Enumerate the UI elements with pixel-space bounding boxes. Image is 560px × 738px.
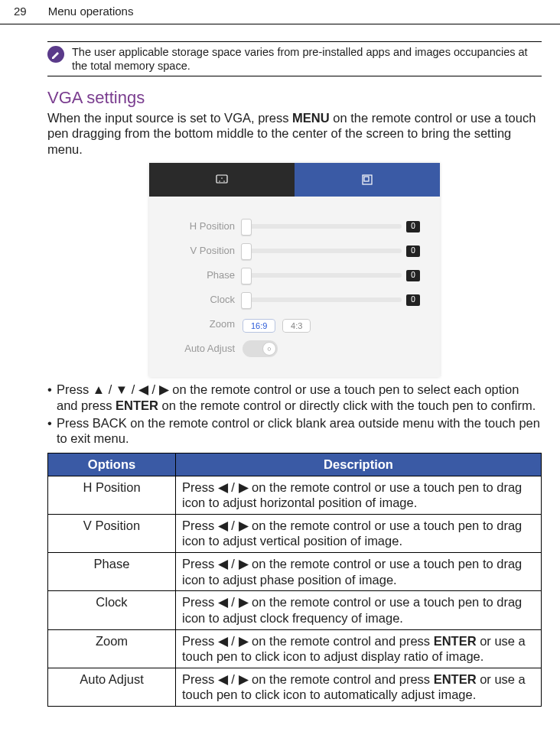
intro-text-a: When the input source is set to VGA, pre… <box>47 111 292 125</box>
svg-rect-5 <box>364 177 369 181</box>
table-row: H Position Press ◀ / ▶ on the remote con… <box>48 476 542 514</box>
desc-v-position: Press ◀ / ▶ on the remote control or use… <box>176 514 542 552</box>
b1-c: on the remote control or directly click … <box>158 398 536 412</box>
desc-h-position: Press ◀ / ▶ on the remote control or use… <box>176 476 542 514</box>
vga-settings-figure: H Position 0 V Position 0 Phase <box>149 163 440 377</box>
opt-zoom: Zoom <box>48 629 176 668</box>
row-phase: Phase 0 <box>169 267 420 284</box>
intro-paragraph: When the input source is set to VGA, pre… <box>47 110 542 158</box>
desc-zoom: Press ◀ / ▶ on the remote control and pr… <box>176 629 542 668</box>
table-row: Auto Adjust Press ◀ / ▶ on the remote co… <box>48 668 542 706</box>
slider-clock[interactable]: 0 <box>243 294 420 306</box>
label-v-position: V Position <box>169 245 243 257</box>
bullet-2: • Press BACK on the remote control or cl… <box>47 415 542 447</box>
desc-clock: Press ◀ / ▶ on the remote control or use… <box>176 591 542 629</box>
row-h-position: H Position 0 <box>169 218 420 235</box>
opt-auto-adjust: Auto Adjust <box>48 668 176 706</box>
label-phase: Phase <box>169 269 243 281</box>
label-zoom: Zoom <box>169 318 243 330</box>
bullet-dot-icon: • <box>47 415 57 447</box>
b1-a: Press <box>57 382 93 396</box>
figure-body: H Position 0 V Position 0 Phase <box>149 197 440 377</box>
th-description: Description <box>176 453 542 476</box>
row-zoom: Zoom 16:9 4:3 <box>169 316 420 333</box>
page: 29 Menu operations The user applicable s… <box>0 0 560 722</box>
opt-v-position: V Position <box>48 514 176 552</box>
th-options: Options <box>48 453 176 476</box>
note-box: The user applicable storage space varies… <box>47 41 542 76</box>
section-heading: VGA settings <box>47 87 542 109</box>
bullet-1-text: Press ▲ / ▼ / ◀ / ▶ on the remote contro… <box>57 382 542 413</box>
value-v-position: 0 <box>406 245 420 257</box>
zoom-4-3-button[interactable]: 4:3 <box>282 319 311 333</box>
slider-phase[interactable]: 0 <box>243 270 420 281</box>
svg-rect-0 <box>217 175 227 183</box>
zoom-options: 16:9 4:3 <box>243 317 314 333</box>
opt-clock: Clock <box>48 591 176 629</box>
row-auto-adjust: Auto Adjust ○ <box>169 340 420 357</box>
note-text: The user applicable storage space varies… <box>72 45 542 73</box>
pencil-icon <box>47 46 64 63</box>
enter-keyword: ENTER <box>116 398 158 412</box>
table-header-row: Options Description <box>48 453 542 476</box>
bullet-list: • Press ▲ / ▼ / ◀ / ▶ on the remote cont… <box>47 382 542 447</box>
figure-tabbar <box>149 163 440 197</box>
bullet-1: • Press ▲ / ▼ / ◀ / ▶ on the remote cont… <box>47 382 542 413</box>
slider-v-position[interactable]: 0 <box>243 245 420 257</box>
opt-phase: Phase <box>48 553 176 591</box>
svg-point-1 <box>219 181 220 183</box>
svg-point-2 <box>221 178 223 180</box>
header-title: Menu operations <box>48 5 134 19</box>
table-row: V Position Press ◀ / ▶ on the remote con… <box>48 514 542 552</box>
row-clock: Clock 0 <box>169 291 420 308</box>
menu-keyword: MENU <box>292 111 330 125</box>
toggle-knob-icon: ○ <box>262 342 276 356</box>
slider-h-position[interactable]: 0 <box>243 221 420 232</box>
zoom-16-9-button[interactable]: 16:9 <box>243 319 275 333</box>
page-header: 29 Menu operations <box>0 0 560 24</box>
table-row: Clock Press ◀ / ▶ on the remote control … <box>48 591 542 629</box>
tab-display-icon[interactable] <box>149 163 295 197</box>
label-auto-adjust: Auto Adjust <box>169 343 243 355</box>
svg-point-3 <box>223 181 225 183</box>
table-row: Phase Press ◀ / ▶ on the remote control … <box>48 553 542 591</box>
value-phase: 0 <box>406 270 420 281</box>
desc-auto-adjust: Press ◀ / ▶ on the remote control and pr… <box>176 668 542 706</box>
tab-position-icon[interactable] <box>295 163 440 197</box>
desc-phase: Press ◀ / ▶ on the remote control or use… <box>176 553 542 591</box>
value-h-position: 0 <box>406 221 420 232</box>
content: The user applicable storage space varies… <box>0 41 560 707</box>
bullet-dot-icon: • <box>47 382 57 413</box>
row-v-position: V Position 0 <box>169 242 420 259</box>
table-row: Zoom Press ◀ / ▶ on the remote control a… <box>48 629 542 668</box>
opt-h-position: H Position <box>48 476 176 514</box>
page-number: 29 <box>14 5 27 19</box>
arrow-symbols: ▲ / ▼ / ◀ / ▶ <box>93 382 169 396</box>
value-clock: 0 <box>406 294 420 306</box>
bullet-2-text: Press BACK on the remote control or clic… <box>57 415 542 447</box>
options-table: Options Description H Position Press ◀ /… <box>47 453 542 707</box>
label-clock: Clock <box>169 294 243 306</box>
auto-adjust-toggle[interactable]: ○ <box>243 340 278 357</box>
label-h-position: H Position <box>169 220 243 232</box>
